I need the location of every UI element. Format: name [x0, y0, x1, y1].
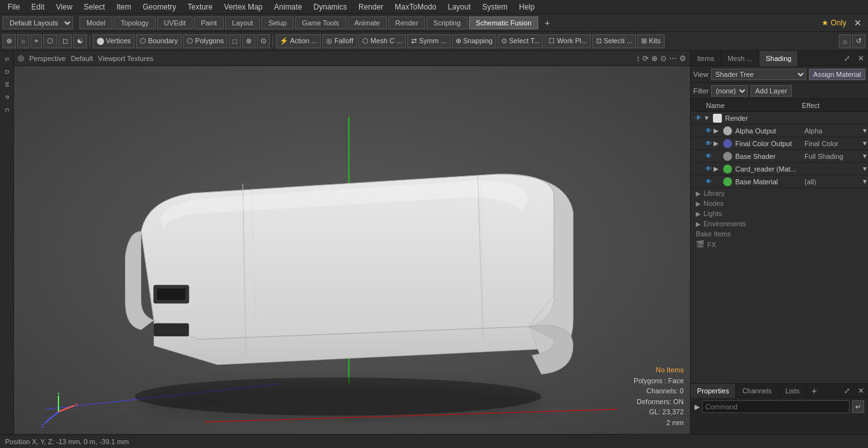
- tab-scripting[interactable]: Scripting: [426, 17, 468, 29]
- menu-item[interactable]: Item: [111, 1, 136, 13]
- tool-symm[interactable]: ⇄ Symm ...: [407, 34, 450, 48]
- layout-close[interactable]: ✕: [850, 17, 865, 29]
- menu-file[interactable]: File: [3, 1, 25, 13]
- tree-eye-base-material[interactable]: 👁: [703, 177, 714, 187]
- vp-perspective[interactable]: Perspective: [29, 55, 65, 62]
- tree-row-base-shader[interactable]: 👁 ▶ Base Shader Full Shading ▼: [691, 150, 868, 163]
- tree-arrow-render[interactable]: ▼: [703, 114, 711, 121]
- rt-tab-shading[interactable]: Shading: [759, 51, 798, 66]
- tool-action[interactable]: ⚡ Action ...: [276, 34, 321, 48]
- assign-material-button[interactable]: Assign Material: [809, 69, 865, 80]
- tree-row-final-color[interactable]: 👁 ▶ Final Color Output Final Color ▼: [691, 137, 868, 150]
- tree-section-nodes[interactable]: ▶ Nodes: [691, 198, 868, 208]
- vp-ctrl-fit[interactable]: ⊙: [660, 54, 667, 63]
- tab-render[interactable]: Render: [388, 17, 425, 29]
- tool-square[interactable]: ◻: [58, 34, 72, 48]
- bottom-tab-properties[interactable]: Properties: [691, 384, 736, 398]
- tree-eye-render[interactable]: 👁: [693, 113, 703, 123]
- tree-row-render[interactable]: 👁 ▼ Render: [691, 112, 868, 125]
- rt-tab-mesh[interactable]: Mesh ...: [721, 51, 759, 66]
- tree-row-card-reader[interactable]: 👁 ▶ Card_reader (Mat... ▼: [691, 163, 868, 175]
- tree-arrow-alpha[interactable]: ▶: [714, 127, 721, 134]
- tree-dd-card-reader[interactable]: ▼: [862, 165, 868, 172]
- add-layer-button[interactable]: Add Layer: [750, 85, 791, 97]
- tool-falloff[interactable]: ◎ Falloff: [322, 34, 357, 48]
- bottom-close[interactable]: ✕: [854, 385, 868, 397]
- rt-tab-items[interactable]: Items: [691, 51, 721, 66]
- tree-section-lights[interactable]: ▶ Lights: [691, 208, 868, 219]
- rt-close[interactable]: ✕: [854, 53, 868, 64]
- command-input[interactable]: [702, 400, 850, 413]
- tree-row-base-material[interactable]: 👁 ▶ Base Material (all) ▼: [691, 175, 868, 188]
- tool-selecti[interactable]: ⊡ Selecti ...: [592, 34, 636, 48]
- tool-select-t[interactable]: ⊙ Select T...: [498, 34, 543, 48]
- tree-eye-base-shader[interactable]: 👁: [703, 151, 714, 161]
- bottom-expand[interactable]: ⤢: [840, 385, 854, 397]
- vp-ctrl-gear[interactable]: ⚙: [679, 54, 686, 63]
- menu-system[interactable]: System: [477, 1, 513, 13]
- tool-target[interactable]: ⊙: [257, 34, 270, 48]
- menu-dynamics[interactable]: Dynamics: [308, 1, 352, 13]
- menu-view[interactable]: View: [51, 1, 78, 13]
- tab-add[interactable]: +: [539, 17, 555, 29]
- tool-snapping[interactable]: ⊕ Snapping: [452, 34, 497, 48]
- menu-edit[interactable]: Edit: [26, 1, 50, 13]
- vp-icon-home[interactable]: ⌂: [839, 34, 851, 48]
- vp-icon-rotate[interactable]: ↺: [852, 34, 865, 48]
- tree-dd-base-material[interactable]: ▼: [862, 178, 868, 185]
- tree-arrow-final-color[interactable]: ▶: [714, 140, 721, 147]
- viewport-canvas[interactable]: .grid-line { stroke: #555; stroke-width:…: [14, 66, 690, 434]
- tree-section-fx[interactable]: 🎬 FX: [691, 239, 868, 250]
- filter-select[interactable]: (none): [711, 85, 748, 97]
- tree-arrow-card-reader[interactable]: ▶: [714, 165, 721, 172]
- tab-animate[interactable]: Animate: [348, 17, 387, 29]
- tool-plus-circle[interactable]: ⊛: [242, 34, 255, 48]
- vp-ctrl-zoom[interactable]: ⊕: [651, 54, 658, 63]
- tool-hex[interactable]: ⬡: [43, 34, 57, 48]
- vp-textures[interactable]: Viewport Textures: [98, 55, 153, 62]
- menu-texture[interactable]: Texture: [182, 1, 217, 13]
- menu-geometry[interactable]: Geometry: [138, 1, 182, 13]
- vp-ctrl-more[interactable]: ⋯: [669, 54, 677, 63]
- tree-eye-card-reader[interactable]: 👁: [703, 164, 714, 174]
- vp-ctrl-rotate[interactable]: ⟳: [642, 54, 649, 63]
- tree-row-alpha[interactable]: 👁 ▶ Alpha Output Alpha ▼: [691, 125, 868, 137]
- layout-select[interactable]: Default Layouts: [3, 17, 73, 29]
- tab-schematic-fusion[interactable]: Schematic Fusion: [469, 17, 538, 29]
- tab-paint[interactable]: Paint: [194, 17, 224, 29]
- left-tool-poly[interactable]: P: [1, 92, 13, 103]
- tool-circle[interactable]: ○: [17, 34, 29, 48]
- left-tool-dup[interactable]: D: [1, 66, 13, 78]
- tab-topology[interactable]: Topology: [114, 17, 156, 29]
- bottom-plus[interactable]: +: [806, 384, 822, 397]
- tool-mesh[interactable]: ⬡ Mesh C ...: [358, 34, 406, 48]
- bottom-tab-lists[interactable]: Lists: [779, 384, 807, 398]
- left-tool-c[interactable]: C: [1, 104, 13, 116]
- tab-game-tools[interactable]: Game Tools: [295, 17, 346, 29]
- bottom-tab-channels[interactable]: Channels: [736, 384, 778, 398]
- tool-kits[interactable]: ⊞ Kits: [637, 34, 664, 48]
- left-tool-mesh[interactable]: M: [1, 79, 13, 90]
- tool-vertices[interactable]: ⬤ Vertices: [93, 34, 135, 48]
- tool-transform[interactable]: ⊕: [3, 34, 16, 48]
- tool-crosshair[interactable]: ⌖: [31, 34, 42, 48]
- vp-default[interactable]: Default: [71, 55, 93, 62]
- tree-dd-base-shader[interactable]: ▼: [862, 153, 868, 160]
- menu-maxtomodo[interactable]: MaxToModo: [390, 1, 441, 13]
- tree-section-bake-items[interactable]: Bake Items: [691, 229, 868, 239]
- tab-setup[interactable]: Setup: [261, 17, 294, 29]
- tree-section-environments[interactable]: ▶ Environments: [691, 219, 868, 229]
- tool-rect[interactable]: □: [229, 34, 241, 48]
- tool-work-pl[interactable]: ☐ Work Pl...: [545, 34, 591, 48]
- tree-section-library[interactable]: ▶ Library: [691, 188, 868, 198]
- menu-render[interactable]: Render: [353, 1, 388, 13]
- tab-uvedit[interactable]: UVEdit: [157, 17, 193, 29]
- command-execute-btn[interactable]: ↵: [852, 400, 864, 413]
- tree-dd-alpha[interactable]: ▼: [862, 127, 868, 134]
- tab-layout[interactable]: Layout: [225, 17, 260, 29]
- menu-vertex-map[interactable]: Vertex Map: [219, 1, 268, 13]
- tool-yin[interactable]: ☯: [73, 34, 87, 48]
- tree-eye-alpha[interactable]: 👁: [703, 126, 714, 136]
- tree-eye-final-color[interactable]: 👁: [703, 139, 714, 149]
- left-tool-select[interactable]: S: [1, 53, 13, 65]
